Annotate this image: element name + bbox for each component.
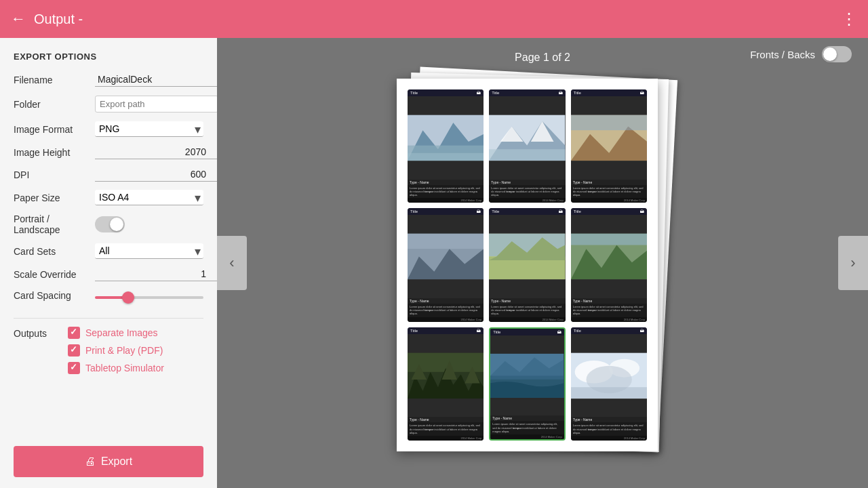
card-6: Title 🏔 Type - Name Lorem ipsum dolor si… — [571, 208, 647, 321]
card-4-type: Type - Name — [408, 298, 484, 304]
card-8-type: Type - Name — [490, 415, 564, 421]
export-button-label: Export — [101, 455, 132, 468]
card-4: Title 🏔 Type - Name Lorem ipsum dolor si… — [408, 208, 484, 321]
separate-images-checkbox[interactable] — [68, 327, 80, 339]
filename-label: Filename — [14, 75, 95, 85]
prev-page-button[interactable]: ‹ — [217, 236, 247, 290]
folder-input[interactable] — [95, 96, 217, 113]
image-format-label: Image Format — [14, 124, 95, 135]
output-item-separate-images: Separate Images — [68, 327, 164, 339]
card-2-text: Lorem ipsum dolor sit amet consectetur a… — [489, 185, 565, 199]
card-spacing-slider[interactable] — [95, 296, 203, 299]
card-4-title: Title — [410, 209, 418, 214]
sheet-wrapper: Title 🏔 Type - Name Lore — [397, 79, 688, 451]
export-button[interactable]: 🖨 Export — [14, 446, 203, 477]
card-9-footer: 2014 Maker Corp — [571, 436, 647, 441]
card-2: Title 🏔 Type - Name — [489, 89, 565, 203]
fronts-backs-toggle-label[interactable] — [822, 46, 852, 62]
card-5-image — [489, 215, 565, 298]
card-6-header: Title 🏔 — [571, 208, 647, 215]
preview-area: Page 1 of 2 Fronts / Backs ‹ Titl — [217, 38, 868, 488]
card-5-icon: 🏔 — [559, 209, 563, 214]
card-7-text: Lorem ipsum dolor sit amet consectetur a… — [408, 422, 484, 436]
print-play-checkbox[interactable] — [68, 344, 80, 357]
folder-row: Folder 🔍 — [14, 95, 203, 113]
card-2-footer: 2014 Maker Corp — [489, 198, 565, 203]
card-3: Title 🏔 Type - Name Lorem ipsum dolor si… — [571, 89, 647, 203]
svg-rect-11 — [571, 115, 647, 130]
card-spacing-label: Card Spacing — [14, 290, 95, 301]
next-page-button[interactable]: › — [838, 236, 868, 290]
dpi-input[interactable] — [95, 167, 217, 182]
card-8-icon: 🏔 — [557, 330, 561, 334]
main-content: EXPORT OPTIONS Filename Folder 🔍 Image F… — [0, 38, 868, 488]
image-format-row: Image Format PNG JPG BMP ▾ — [14, 121, 203, 137]
card-8-text: Lorem ipsum dolor sit amet consectetur a… — [490, 421, 564, 434]
prev-page-icon: ‹ — [229, 254, 234, 272]
card-2-title: Title — [492, 91, 499, 95]
card-4-image — [408, 215, 484, 298]
paper-size-row: Paper Size ISO A4 US Letter A3 ▾ — [14, 190, 203, 205]
paper-size-label: Paper Size — [14, 192, 95, 203]
card-sets-select[interactable]: All Set 1 Set 2 — [95, 243, 203, 259]
svg-rect-21 — [571, 234, 647, 245]
left-panel: EXPORT OPTIONS Filename Folder 🔍 Image F… — [0, 38, 217, 488]
card-sets-row: Card Sets All Set 1 Set 2 ▾ — [14, 243, 203, 259]
card-5-header: Title 🏔 — [489, 208, 565, 215]
card-2-type: Type - Name — [489, 180, 565, 185]
card-2-image — [489, 96, 565, 180]
back-icon[interactable]: ← — [11, 10, 26, 28]
card-6-text: Lorem ipsum dolor sit amet consectetur a… — [571, 304, 647, 317]
divider — [14, 318, 203, 319]
outputs-list: Separate Images Print & Play (PDF) Table… — [68, 327, 164, 374]
fronts-backs-section: Fronts / Backs — [750, 46, 852, 62]
card-4-footer: 2014 Maker Corp — [408, 317, 484, 322]
scale-override-input[interactable] — [95, 267, 217, 281]
card-1-icon: 🏔 — [477, 91, 481, 95]
card-6-image — [571, 215, 647, 298]
card-grid: Title 🏔 Type - Name Lore — [408, 89, 647, 441]
filename-input[interactable] — [95, 73, 217, 87]
image-height-input[interactable] — [95, 145, 217, 159]
tabletop-simulator-checkbox[interactable] — [68, 362, 80, 374]
card-9-image — [571, 334, 647, 418]
more-options-icon[interactable]: ⋮ — [841, 9, 857, 28]
image-height-label: Image Height — [14, 147, 95, 158]
svg-rect-35 — [571, 387, 647, 399]
card-9-text: Lorem ipsum dolor sit amet consectetur a… — [571, 422, 647, 436]
card-8-header: Title 🏔 — [490, 329, 564, 336]
scale-override-label: Scale Override — [14, 269, 95, 280]
card-8-image — [490, 336, 564, 416]
card-4-icon: 🏔 — [477, 209, 481, 214]
card-spacing-row: Card Spacing — [14, 289, 203, 302]
card-1-image — [408, 96, 484, 180]
card-6-footer: 2014 Maker Corp — [571, 317, 647, 322]
export-icon: 🖨 — [85, 455, 96, 468]
portrait-landscape-label: Portrait / Landscape — [14, 214, 95, 235]
print-play-label[interactable]: Print & Play (PDF) — [85, 345, 163, 356]
separate-images-label[interactable]: Separate Images — [85, 327, 158, 338]
card-3-header: Title 🏔 — [571, 89, 647, 96]
card-8: Title 🏔 Type - Name Lore — [489, 327, 565, 441]
card-sets-label: Card Sets — [14, 246, 95, 257]
portrait-landscape-row: Portrait / Landscape — [14, 214, 203, 235]
card-6-title: Title — [574, 209, 581, 214]
card-7-title: Title — [410, 329, 418, 333]
card-5: Title 🏔 Type - Name Lore — [489, 208, 565, 321]
output-item-print-play: Print & Play (PDF) — [68, 344, 164, 357]
card-3-text: Lorem ipsum dolor sit amet consectetur a… — [571, 185, 647, 199]
filename-row: Filename — [14, 73, 203, 87]
card-7-footer: 2014 Maker Corp — [408, 436, 484, 441]
card-8-title: Title — [493, 330, 500, 334]
card-2-icon: 🏔 — [559, 91, 563, 95]
tabletop-simulator-label[interactable]: Tabletop Simulator — [85, 363, 164, 373]
portrait-landscape-toggle-label[interactable] — [95, 216, 125, 232]
page-indicator: Page 1 of 2 — [515, 52, 570, 64]
svg-rect-8 — [489, 149, 565, 161]
image-format-select[interactable]: PNG JPG BMP — [95, 121, 203, 137]
card-9: Title 🏔 Type - Name — [571, 327, 647, 441]
outputs-section: Outputs Separate Images Print & Play (PD… — [14, 327, 203, 374]
paper-size-select[interactable]: ISO A4 US Letter A3 — [95, 190, 203, 205]
card-1-title: Title — [410, 91, 418, 95]
scale-override-row: Scale Override — [14, 267, 203, 281]
